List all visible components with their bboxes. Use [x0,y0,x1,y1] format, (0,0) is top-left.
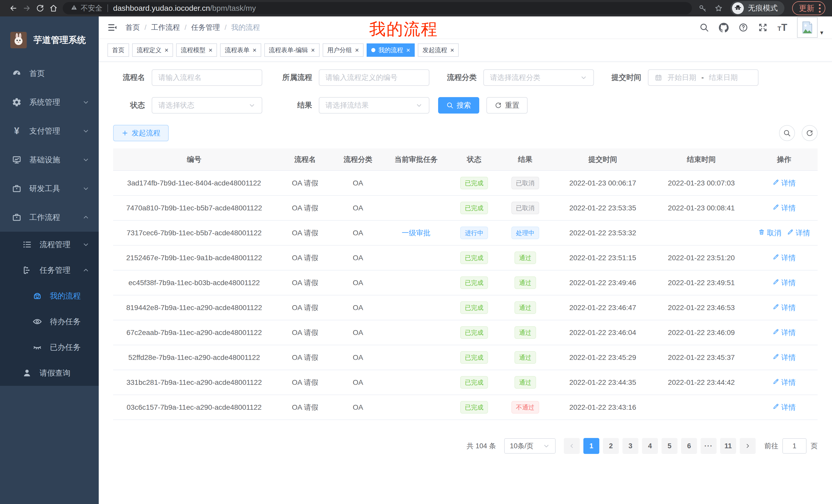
close-tab-icon[interactable]: × [253,47,256,53]
close-tab-icon[interactable]: × [406,47,410,53]
cell-status: 已完成 [451,195,497,220]
detail-action-link[interactable]: 详情 [773,253,796,263]
cell-current-task [381,245,451,270]
page-button-3[interactable]: 3 [622,438,639,454]
sidebar-item-task-mgmt[interactable]: 任务管理 [0,257,99,283]
start-process-button[interactable]: 发起流程 [113,125,169,141]
bookmark-star-icon[interactable] [714,4,723,12]
tab-process-definition[interactable]: 流程定义× [132,44,173,57]
tab-process-model[interactable]: 流程模型× [176,44,217,57]
page-size-select[interactable]: 10条/页 [504,438,555,454]
breadcrumb-separator: / [145,23,147,32]
search-icon [446,102,453,109]
detail-action-link[interactable]: 详情 [773,303,796,313]
address-bar[interactable]: 不安全 dashboard.yudao.iocoder.cn /bpm/task… [63,2,692,15]
column-header: 结果 [497,148,553,171]
result-badge: 通过 [515,326,536,339]
tab-home[interactable]: 首页 [107,44,129,57]
page-button-5[interactable]: 5 [661,438,677,454]
current-task-link[interactable]: 一级审批 [401,229,431,237]
close-tab-icon[interactable]: × [209,47,212,53]
detail-action-link[interactable]: 详情 [773,328,796,338]
sidebar-item-home[interactable]: 首页 [0,59,99,88]
submit-time-range-picker[interactable]: 开始日期 - 结束日期 [648,69,758,86]
cell-result: 已取消 [497,195,553,220]
tab-my-process[interactable]: 我的流程× [367,44,415,57]
sidebar-item-process-mgmt[interactable]: 流程管理 [0,232,99,257]
table-row: 7317cec6-7b9b-11ec-b5b7-acde48001122OA 请… [113,220,817,245]
page-button-6[interactable]: 6 [681,438,697,454]
cell-result: 通过 [497,345,553,370]
browser-menu-icon[interactable] [819,4,821,12]
detail-action-link[interactable]: 详情 [773,353,796,362]
font-size-icon[interactable]: TT [778,23,787,32]
breadcrumb-link[interactable]: 工作流程 [151,23,180,32]
page-button-more[interactable]: ··· [701,438,717,454]
sidebar-item-todo-tasks[interactable]: 待办任务 [0,309,99,334]
sidebar-item-payment[interactable]: ¥支付管理 [0,117,99,145]
tab-user-group[interactable]: 用户分组× [323,44,364,57]
sidebar-item-devtools[interactable]: 研发工具 [0,174,99,203]
reset-button[interactable]: 重置 [487,97,527,114]
detail-action-link[interactable]: 详情 [773,203,796,213]
close-tab-icon[interactable]: × [450,47,454,53]
browser-home-icon[interactable] [47,4,60,12]
cell-current-task [381,320,451,345]
breadcrumb-link[interactable]: 首页 [126,23,140,32]
tab-process-form[interactable]: 流程表单× [220,44,261,57]
browser-update-button[interactable]: 更新 [792,1,825,15]
help-icon[interactable] [738,23,748,32]
process-category-select[interactable]: 请选择流程分类 [483,69,594,86]
page-button-2[interactable]: 2 [603,438,619,454]
goto-page-input[interactable] [782,438,807,454]
sidebar-item-leave-query[interactable]: 请假查询 [0,360,99,386]
breadcrumb-link[interactable]: 任务管理 [191,23,220,32]
avatar[interactable] [797,17,817,38]
browser-back-icon[interactable] [7,4,20,12]
cell-process-category: OA [335,171,381,195]
cell-status: 已完成 [451,171,497,195]
sidebar-item-my-process[interactable]: 我的流程 [0,283,99,309]
user-avatar-menu[interactable]: ▾ [797,17,823,38]
sidebar-item-done-tasks[interactable]: 已办任务 [0,334,99,360]
detail-action-link[interactable]: 详情 [773,402,796,412]
status-badge: 已完成 [460,301,488,314]
sidebar-item-infrastructure[interactable]: 基础设施 [0,145,99,174]
detail-action-link[interactable]: 详情 [773,278,796,288]
search-button[interactable]: 搜索 [438,97,479,114]
close-tab-icon[interactable]: × [355,47,359,53]
cell-process-id: 7470a810-7b9b-11ec-b5b7-acde48001122 [113,195,275,220]
page-button-4[interactable]: 4 [642,438,658,454]
password-key-icon[interactable] [699,4,707,12]
detail-action-link[interactable]: 详情 [773,178,796,188]
detail-action-link[interactable]: 详情 [773,377,796,387]
prev-page-button[interactable] [564,438,580,454]
sidebar-item-system[interactable]: 系统管理 [0,88,99,117]
sidebar-item-workflow[interactable]: 工作流程 [0,203,99,232]
filter-category-label: 流程分类 [438,73,483,83]
browser-forward-icon[interactable] [20,4,33,12]
toggle-search-button[interactable] [779,125,795,141]
close-tab-icon[interactable]: × [311,47,315,53]
status-select[interactable]: 请选择状态 [152,97,262,114]
page-button-1[interactable]: 1 [583,438,599,454]
refresh-table-button[interactable] [802,125,817,141]
result-select[interactable]: 请选择流结果 [319,97,430,114]
cell-end-time: 2022-01-22 23:46:53 [652,295,751,320]
header-search-icon[interactable] [699,23,709,32]
process-name-input[interactable]: 请输入流程名 [152,69,262,86]
cancel-action-link[interactable]: 取消 [758,228,781,238]
sidebar-collapse-icon[interactable] [107,22,118,33]
detail-action-link[interactable]: 详情 [787,228,810,238]
tab-start-process[interactable]: 发起流程× [418,44,459,57]
github-icon[interactable] [719,23,729,32]
cell-process-category: OA [335,345,381,370]
browser-reload-icon[interactable] [33,4,47,12]
page-button-11[interactable]: 11 [720,438,736,454]
fullscreen-icon[interactable] [758,23,768,32]
close-tab-icon[interactable]: × [164,47,168,53]
next-page-button[interactable] [740,438,756,454]
tab-process-form-edit[interactable]: 流程表单-编辑× [264,44,319,57]
table-row: 3ad174fb-7b9d-11ec-8404-acde48001122OA 请… [113,171,817,195]
process-definition-input[interactable]: 请输入流程定义的编号 [319,69,430,86]
